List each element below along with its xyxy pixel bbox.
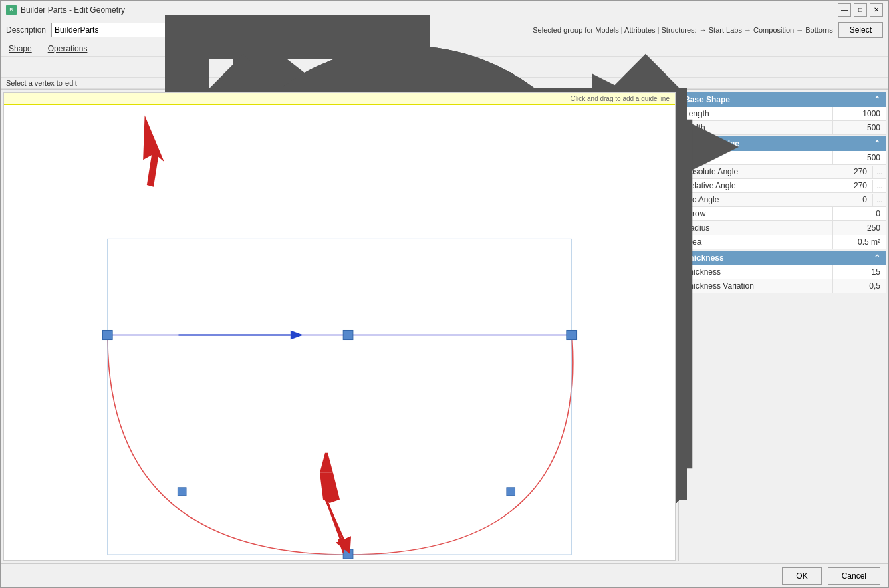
toolbar-row xyxy=(1,57,888,78)
diagonal2-button[interactable] xyxy=(267,59,283,75)
main-window: B Builder Parts - Edit Geometry — □ ✕ De… xyxy=(0,0,889,588)
svg-rect-27 xyxy=(178,488,186,496)
svg-rect-23 xyxy=(102,330,112,339)
canvas-guide: Click and drag to add a guide line xyxy=(4,93,675,105)
svg-marker-30 xyxy=(291,330,303,339)
svg-rect-24 xyxy=(567,330,577,339)
svg-rect-26 xyxy=(343,549,353,559)
shape-canvas xyxy=(4,105,675,560)
canvas-area[interactable]: Click and drag to add a guide line xyxy=(3,92,676,561)
toolbar-area: Description Selected group for Models | … xyxy=(1,19,888,90)
svg-rect-25 xyxy=(343,330,353,339)
svg-rect-28 xyxy=(507,488,515,496)
guide-text: Click and drag to add a guide line xyxy=(571,95,670,102)
canvas-inner xyxy=(4,105,675,560)
